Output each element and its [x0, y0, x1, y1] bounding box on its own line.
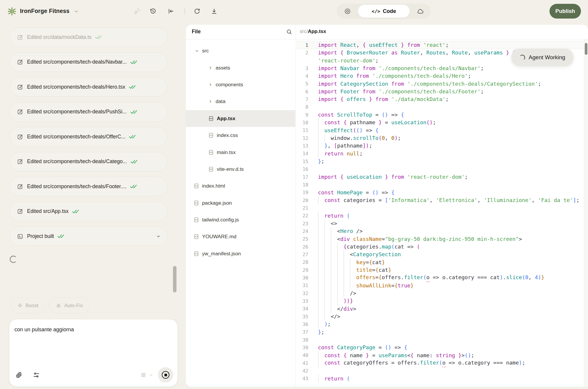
code-line[interactable]: 29title={cat}: [296, 266, 584, 274]
code-line[interactable]: 33))}: [296, 297, 584, 305]
code-line[interactable]: 35</>: [296, 313, 584, 320]
file-tree-item-index.html[interactable]: index.html: [186, 178, 295, 194]
code-line[interactable]: 1import React, { useEffect } from 'react…: [296, 41, 584, 49]
code-line[interactable]: 30offers={offers.filter(o => o.category …: [296, 274, 584, 282]
code-line[interactable]: 31showAllLink={true}: [296, 282, 584, 289]
line-number: 7: [296, 97, 308, 102]
code-line[interactable]: 8: [296, 103, 584, 111]
code-line[interactable]: 32/>: [296, 289, 584, 297]
deploy-tab[interactable]: [410, 4, 431, 19]
chevron-down-icon: [195, 49, 199, 53]
code-line[interactable]: 4import Hero from './components/tech-dea…: [296, 72, 584, 80]
editor-scrollbar-thumb[interactable]: [585, 43, 587, 55]
event-label: Edited src/components/tech-deals/OfferC.…: [27, 134, 125, 140]
code-content[interactable]: 1import React, { useEffect } from 'react…: [296, 41, 584, 383]
stop-generation-button[interactable]: [158, 367, 173, 383]
code-tab[interactable]: </> Code: [358, 5, 410, 18]
code-line[interactable]: 7import { offers } from './data/mockData…: [296, 95, 584, 103]
model-selector[interactable]: [140, 372, 153, 378]
edit-event-card[interactable]: Edited src/components/tech-deals/Catego.…: [10, 152, 167, 171]
file-tree-item-app.tsx[interactable]: App.tsx: [186, 110, 295, 127]
edit-event-card[interactable]: Edited src/components/tech-deals/PushSi.…: [10, 102, 167, 122]
code-line[interactable]: 38: [296, 336, 584, 344]
autofix-button[interactable]: Auto-Fix: [49, 298, 89, 313]
file-tree-item-src[interactable]: src: [186, 42, 295, 59]
code-line[interactable]: 19const HomePage = () => {: [296, 189, 584, 196]
code-line[interactable]: 42: [296, 367, 584, 375]
code-line[interactable]: 20const categories = ['Informatica', 'El…: [296, 196, 584, 204]
file-tree-item-assets[interactable]: assets: [186, 59, 295, 76]
attach-button[interactable]: [15, 371, 23, 379]
file-tree-item-index.css[interactable]: index.css: [186, 127, 295, 144]
chat-settings-button[interactable]: [33, 371, 40, 379]
file-tree-item-tailwind.config.js[interactable]: tailwind.config.js: [186, 211, 295, 228]
code-line[interactable]: 27<CategorySection: [296, 251, 584, 258]
sidebar-scrollbar[interactable]: [173, 266, 176, 292]
chat-input[interactable]: con un pulsante aggiorna: [14, 327, 171, 333]
code-line[interactable]: 28key={cat}: [296, 259, 584, 266]
build-event-card[interactable]: Project built: [10, 226, 167, 246]
event-label: Edited src/components/tech-deals/Catego.…: [27, 158, 127, 165]
download-icon[interactable]: [211, 8, 218, 15]
code-line[interactable]: 22return (: [296, 212, 584, 220]
code-line[interactable]: 23<>: [296, 220, 584, 227]
code-line[interactable]: 26{categories.map(cat => (: [296, 243, 584, 251]
code-line[interactable]: 36);: [296, 320, 584, 328]
editor-scrollbar-track[interactable]: [584, 39, 588, 387]
file-tree-item-vite-env.d.ts[interactable]: vite-env.d.ts: [186, 161, 295, 178]
publish-button[interactable]: Publish: [549, 4, 581, 19]
code-line[interactable]: 34</div>: [296, 305, 584, 313]
code-line[interactable]: 13}, [pathname]);: [296, 142, 584, 150]
file-tree-item-package.json[interactable]: package.json: [186, 195, 295, 211]
boost-button[interactable]: Boost: [10, 298, 45, 313]
code-line[interactable]: 43return (: [296, 375, 584, 383]
code-line[interactable]: 14return null;: [296, 150, 584, 158]
file-tree-item-components[interactable]: components: [186, 76, 295, 93]
event-list: Edited src/data/mockData.tsEdited src/co…: [10, 27, 167, 251]
code-line[interactable]: 37};: [296, 328, 584, 336]
tree-item-label: index.css: [217, 132, 238, 138]
edit-event-card[interactable]: Edited src/components/tech-deals/OfferC.…: [10, 127, 167, 146]
code-line[interactable]: 21: [296, 204, 584, 212]
edit-event-card[interactable]: Edited src/data/mockData.ts: [10, 27, 167, 47]
loading-spinner: [10, 256, 17, 263]
refresh-icon[interactable]: [194, 8, 201, 15]
event-label: Edited src/App.tsx: [27, 208, 69, 214]
code-line[interactable]: 9const ScrollToTop = () => {: [296, 111, 584, 119]
preview-tab[interactable]: [337, 4, 358, 19]
code-line[interactable]: 17import { useLocation } from 'react-rou…: [296, 173, 584, 181]
code-line[interactable]: 18: [296, 181, 584, 188]
code-line[interactable]: 11useEffect(() => {: [296, 127, 584, 134]
code-line[interactable]: 40const { name } = useParams<{ name: str…: [296, 352, 584, 359]
cleanup-brush-icon[interactable]: [134, 8, 141, 15]
project-name[interactable]: IronForge Fitness: [20, 8, 69, 14]
code-line[interactable]: 5import CategorySection from './componen…: [296, 80, 584, 88]
code-line[interactable]: 41const categoryOffers = offers.filter(o…: [296, 359, 584, 367]
code-line[interactable]: 6import Footer from './components/tech-d…: [296, 88, 584, 95]
code-line[interactable]: 12window.scrollTo(0, 0);: [296, 134, 584, 142]
file-tree-item-main.tsx[interactable]: main.tsx: [186, 144, 295, 160]
chat-input-card: con un pulsante aggiorna: [9, 319, 178, 387]
code-line[interactable]: 25<div className="bg-gray-50 dark:bg-zin…: [296, 235, 584, 243]
edit-file-icon: [17, 84, 23, 90]
file-search-button[interactable]: [286, 29, 292, 35]
terminal-icon: [17, 233, 23, 239]
line-number: 20: [296, 198, 308, 203]
code-line[interactable]: 39const CategoryPage = () => {: [296, 344, 584, 351]
file-tree-item-youware.md[interactable]: YOUWARE.md: [186, 228, 295, 245]
code-line[interactable]: 15};: [296, 158, 584, 165]
edit-event-card[interactable]: Edited src/App.tsx: [10, 202, 167, 221]
project-chevron-icon[interactable]: [74, 9, 79, 14]
file-tree-item-data[interactable]: data: [186, 93, 295, 110]
edit-event-card[interactable]: Edited src/components/tech-deals/Hero.ts…: [10, 77, 167, 97]
skip-to-start-icon[interactable]: [167, 8, 174, 15]
edit-event-card[interactable]: Edited src/components/tech-deals/Navbar.…: [10, 52, 167, 72]
file-tree-item-yw_manifest.json[interactable]: yw_manifest.json: [186, 245, 295, 262]
code-line[interactable]: 16: [296, 165, 584, 173]
cloud-icon: [417, 7, 424, 15]
code-line[interactable]: 24<Hero />: [296, 227, 584, 235]
history-icon[interactable]: [149, 8, 156, 15]
double-check-icon: [130, 110, 138, 114]
edit-event-card[interactable]: Edited src/components/tech-deals/Footer.…: [10, 177, 167, 196]
code-line[interactable]: 10const { pathname } = useLocation();: [296, 119, 584, 126]
